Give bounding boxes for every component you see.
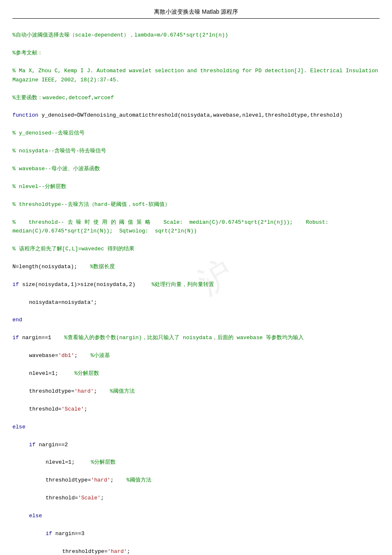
comment-line-6: % noisydata--含噪信号-待去噪信号 <box>12 148 106 154</box>
keyword-if4: if <box>46 531 52 537</box>
comment-line-11: % 该程序之前先了解[C,L]=wavedec 得到的结果 <box>12 246 134 252</box>
keyword-function: function <box>12 112 38 118</box>
code-block: %自动小波阈值选择去噪（scale-dependent），lambda=m/0.… <box>12 22 380 555</box>
page-title: 离散小波变换去噪 Matlab 源程序 <box>12 8 380 19</box>
comment-line-8: % nlevel--分解层数 <box>12 183 66 190</box>
comment-line-9: % thresholdtype--去噪方法（hard-硬阈值，soft-软阈值） <box>12 201 170 208</box>
keyword-if3: if <box>29 442 36 448</box>
keyword-if2: if <box>12 335 19 341</box>
code-line-n1: N=length(noisydata); %数据长度 <box>12 264 115 270</box>
comment-line-10: % threshold-- 去 噪 时 使 用 的 阈 值 策 略 Scale:… <box>12 219 332 234</box>
comment-line-2: %参考文献： <box>12 50 43 56</box>
comment-line-7: % wavebase--母小波、小波基函数 <box>12 166 100 172</box>
keyword-else1: else <box>12 424 25 430</box>
keyword-end1: end <box>12 317 22 323</box>
keyword-else2: else <box>29 513 42 519</box>
comment-line-3: % Ma X, Zhou C, Kemp I J. Automated wave… <box>12 68 381 83</box>
code-line-n2: noisydata=noisydata'; <box>29 299 97 306</box>
keyword-if1: if <box>12 281 19 288</box>
comment-line-5: % y_denoised--去噪后信号 <box>12 130 85 136</box>
comment-line-1: %自动小波阈值选择去噪（scale-dependent），lambda=m/0.… <box>12 32 228 38</box>
comment-line-4: %主要函数：wavedec,detcoef,wrcoef <box>12 95 114 101</box>
